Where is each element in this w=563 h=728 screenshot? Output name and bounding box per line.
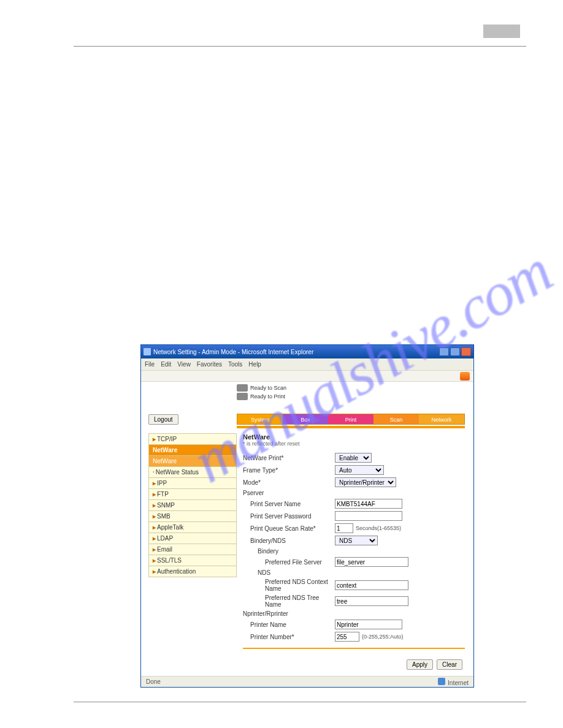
sidebar-item-snmp[interactable]: ▸SNMP [148,500,237,511]
status-right: Internet [448,680,469,686]
preferred-file-server-label: Preferred File Server [243,559,335,566]
pserver-heading: Pserver [243,490,335,496]
clear-button[interactable]: Clear [437,659,462,670]
print-server-name-input[interactable] [335,499,402,509]
print-server-password-label: Print Server Password [243,513,335,520]
internet-zone-icon [438,678,445,685]
maximize-button[interactable] [450,347,460,356]
sidebar-item-smb[interactable]: ▸SMB [148,511,237,522]
tab-network[interactable]: Network [419,414,464,424]
sidebar-item-email[interactable]: ▸Email [148,544,237,555]
window-titlebar: Network Setting - Admin Mode - Microsoft… [141,345,473,358]
tab-print[interactable]: Print [328,414,373,424]
menu-help[interactable]: Help [248,361,261,368]
ready-scan-label: Ready to Scan [250,385,286,391]
sidebar-item-ipp[interactable]: ▸IPP [148,478,237,489]
tab-scan[interactable]: Scan [373,414,419,424]
sidebar-item-netware-status[interactable]: ·NetWare Status [148,467,237,478]
sidebar-item-ssl-tls[interactable]: ▸SSL/TLS [148,555,237,566]
sidebar-item-tcpip[interactable]: ▸TCP/IP [148,433,237,445]
netware-print-label: NetWare Print* [243,455,335,461]
printer-number-input[interactable] [335,632,359,642]
printer-name-label: Printer Name [243,621,335,628]
ie-logo-icon [460,372,470,381]
tab-system[interactable]: System [237,414,283,424]
sidebar-item-appletalk[interactable]: ▸AppleTalk [148,522,237,533]
menu-file[interactable]: File [145,361,155,368]
tab-underline [237,426,465,428]
sidebar-item-authentication[interactable]: ▸Authentication [148,566,237,577]
separator [243,648,465,649]
main-panel: NetWare * is reflected after reset NetWa… [243,433,465,649]
sidebar-subitem-netware[interactable]: NetWare [148,456,237,467]
print-queue-scan-rate-label: Print Queue Scan Rate* [243,525,335,532]
top-tabs: System Box Print Scan Network [237,414,465,425]
print-server-name-label: Print Server Name [243,501,335,507]
bindery-heading: Bindery [243,548,335,555]
minimize-button[interactable] [439,347,449,356]
browser-window: Network Setting - Admin Mode - Microsoft… [140,344,474,688]
preferred-file-server-input[interactable] [335,557,408,567]
scanner-icon [237,384,248,392]
printer-icon [237,393,248,400]
menu-favorites[interactable]: Favorites [197,361,222,368]
page-number-block [483,25,520,38]
device-status: Ready to Scan Ready to Print [237,384,286,401]
sidebar: ▸TCP/IP NetWare NetWare ·NetWare Status … [148,433,237,577]
print-queue-scan-rate-input[interactable] [335,523,353,533]
apply-button[interactable]: Apply [407,659,433,670]
sidebar-item-ftp[interactable]: ▸FTP [148,489,237,500]
netware-print-select[interactable]: Enable [335,453,372,463]
toolbar-row [141,371,473,382]
sidebar-item-ldap[interactable]: ▸LDAP [148,533,237,544]
menu-bar: File Edit View Favorites Tools Help [141,358,473,371]
page-title: NetWare [243,433,465,441]
printer-number-suffix: (0-255,255:Auto) [362,634,404,640]
menu-view[interactable]: View [177,361,191,368]
header-rule [74,46,526,47]
print-queue-scan-rate-suffix: Seconds(1-65535) [356,525,401,531]
bindery-nds-select[interactable]: NDS [335,536,378,545]
preferred-nds-tree-label: Preferred NDS Tree Name [243,594,335,608]
printer-number-label: Printer Number* [243,634,335,640]
menu-tools[interactable]: Tools [228,361,242,368]
mode-label: Mode* [243,479,335,486]
status-left: Done [146,678,161,685]
explorer-icon [144,348,151,355]
preferred-nds-context-input[interactable] [335,580,408,590]
frame-type-label: Frame Type* [243,467,335,474]
printer-name-input[interactable] [335,620,402,629]
nprinter-rprinter-heading: Nprinter/Rprinter [243,610,335,617]
ready-print-label: Ready to Print [250,393,285,400]
status-bar: Done Internet [141,676,473,687]
action-buttons: Apply Clear [407,659,462,670]
menu-edit[interactable]: Edit [161,361,171,368]
preferred-nds-tree-input[interactable] [335,596,408,606]
close-button[interactable] [461,347,471,356]
bindery-nds-label: Bindery/NDS [243,537,335,544]
frame-type-select[interactable]: Auto [335,465,384,475]
mode-select[interactable]: Nprinter/Rprinter [335,477,396,487]
tab-box[interactable]: Box [283,414,328,424]
nds-heading: NDS [243,569,335,576]
hint-text: * is reflected after reset [243,441,465,447]
logout-button[interactable]: Logout [148,414,178,425]
print-server-password-input[interactable] [335,511,402,521]
preferred-nds-context-label: Preferred NDS Context Name [243,578,335,592]
window-title: Network Setting - Admin Mode - Microsoft… [153,349,313,355]
footer-rule [74,702,526,702]
sidebar-item-netware[interactable]: NetWare [148,445,237,456]
